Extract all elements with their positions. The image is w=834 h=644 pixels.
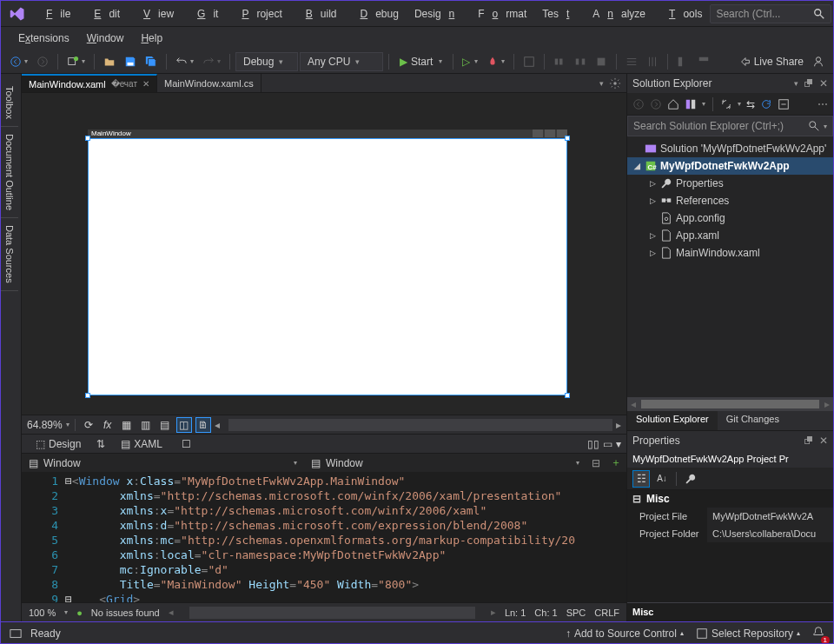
tool-4[interactable]	[592, 52, 611, 71]
alphabetical-icon[interactable]: A↓	[653, 470, 671, 488]
eol-text[interactable]: CRLF	[594, 607, 619, 618]
crumb-add-icon[interactable]: ＋	[606, 455, 626, 470]
menu-tools[interactable]: Tools	[653, 4, 710, 23]
zoom-value[interactable]: 64.89%	[27, 419, 63, 431]
designer-hscroll[interactable]	[228, 419, 612, 431]
wrench-icon[interactable]	[682, 470, 699, 488]
grid-icon[interactable]: ▦	[119, 417, 135, 433]
solution-search-input[interactable]: Search Solution Explorer (Ctrl+;) ▾	[627, 116, 833, 136]
redo-button[interactable]: ▾	[199, 52, 224, 71]
start-debug-button[interactable]: ▶Start▾	[394, 52, 447, 71]
open-file-button[interactable]	[100, 52, 119, 71]
properties-grid[interactable]: Misc Project FileMyWpfDotnetFwkWv2A Proj…	[627, 490, 833, 602]
prop-project-file[interactable]: Project FileMyWpfDotnetFwkWv2A	[627, 508, 833, 525]
snaplines-icon[interactable]: ▤	[157, 417, 173, 433]
design-tab[interactable]: ⬚ Design	[27, 436, 89, 452]
tree-solution[interactable]: Solution 'MyWpfDotnetFwkWv2App'	[627, 140, 833, 157]
crumb-left[interactable]: ▤Window▾	[22, 457, 304, 469]
menu-analyze[interactable]: Analyze	[585, 4, 653, 23]
start-without-debug-button[interactable]: ▷▾	[459, 52, 481, 71]
menu-view[interactable]: View	[128, 4, 182, 23]
prop-project-folder[interactable]: Project FolderC:\Users\collabera\Docu	[627, 525, 833, 542]
menu-help[interactable]: Help	[132, 29, 171, 48]
home-icon[interactable]	[667, 98, 679, 110]
close-icon[interactable]: ✕	[819, 435, 828, 447]
ln-text[interactable]: Ln: 1	[505, 607, 526, 618]
tab-mainwindow-xaml[interactable]: MainWindow.xaml �ечат ✕	[22, 74, 157, 92]
snap-icon[interactable]: ▥	[138, 417, 154, 433]
editor-zoom[interactable]: 100 %	[29, 607, 56, 618]
xaml-designer[interactable]: MainWindow	[22, 93, 626, 415]
spc-text[interactable]: SPC	[566, 607, 586, 618]
tool-5[interactable]	[622, 52, 641, 71]
sync-with-doc-icon[interactable]: ⇆	[746, 98, 755, 110]
add-source-control-button[interactable]: ↑Add to Source Control ▴	[566, 627, 684, 640]
hot-reload-button[interactable]: ▾	[483, 52, 508, 71]
category-misc[interactable]: Misc	[627, 490, 833, 508]
refresh-icon[interactable]: ⟳	[81, 417, 96, 433]
menu-debug[interactable]: Debug	[345, 4, 407, 23]
split-h-icon[interactable]: ▯▯	[587, 438, 599, 450]
title-search-input[interactable]: Search (Ctrl...	[710, 4, 831, 23]
feedback-button[interactable]	[809, 52, 828, 71]
overflow-icon[interactable]: ⋯	[817, 98, 828, 110]
tree-properties[interactable]: ▷Properties	[627, 175, 833, 192]
ch-text[interactable]: Ch: 1	[534, 607, 557, 618]
tab-solution-explorer[interactable]: Solution Explorer	[627, 411, 718, 430]
tab-git-changes[interactable]: Git Changes	[718, 411, 788, 430]
pin-icon[interactable]: ⮻	[804, 77, 814, 90]
save-all-button[interactable]	[142, 52, 161, 71]
swap-panes-icon[interactable]: ⇅	[96, 438, 105, 450]
solution-hscroll[interactable]: ◂▸	[627, 397, 833, 411]
output-icon[interactable]	[10, 627, 22, 640]
code-text[interactable]: ⊟<Window x:Class="MyWpfDotnetFwkWv2App.M…	[65, 472, 626, 602]
crumb-split-icon[interactable]: ⊟	[586, 457, 606, 469]
document-outline-tab[interactable]: Document Outline	[1, 127, 18, 218]
nav-back-button[interactable]: ▾	[6, 52, 31, 71]
tool-2[interactable]	[550, 52, 569, 71]
menu-extensions[interactable]: Extensions	[10, 29, 78, 48]
issues-text[interactable]: No issues found	[91, 607, 160, 618]
tree-project[interactable]: ◢C#MyWpfDotnetFwkWv2App	[627, 157, 833, 175]
collapse-all-icon[interactable]	[778, 98, 790, 110]
menu-edit[interactable]: Edit	[78, 4, 128, 23]
tool-3[interactable]	[571, 52, 590, 71]
menu-design[interactable]: Design	[407, 4, 470, 23]
categorized-icon[interactable]: ☷	[632, 470, 650, 488]
toolbox-tab[interactable]: Toolbox	[1, 79, 18, 127]
menu-window[interactable]: Window	[78, 29, 133, 48]
annotations-icon[interactable]: 🗎	[195, 417, 211, 433]
tab-mainwindow-xaml-cs[interactable]: MainWindow.xaml.cs	[157, 74, 261, 92]
crumb-right[interactable]: ▤Window▾	[304, 457, 586, 469]
sync-icon[interactable]	[720, 98, 732, 110]
fx-icon[interactable]: fx	[100, 417, 116, 433]
editor-hscroll[interactable]	[189, 607, 475, 619]
tab-overflow-icon[interactable]: ▾	[599, 79, 604, 88]
tree-mainwindowxaml[interactable]: ▷MainWindow.xaml	[627, 244, 833, 262]
menu-file[interactable]: File	[30, 4, 78, 23]
refresh-icon[interactable]	[760, 98, 772, 110]
menu-format[interactable]: Format	[470, 4, 534, 23]
menu-test[interactable]: Test	[534, 4, 585, 23]
split-v-icon[interactable]: ▭	[603, 438, 612, 450]
platform-combo[interactable]: Any CPU▾	[300, 52, 383, 71]
fwd-icon[interactable]	[650, 98, 662, 110]
menu-build[interactable]: Build	[290, 4, 345, 23]
pin-icon[interactable]: ⮻	[804, 435, 814, 447]
close-icon[interactable]: ✕	[819, 77, 828, 90]
code-editor[interactable]: 123456789 ⊟<Window x:Class="MyWpfDotnetF…	[22, 472, 626, 602]
switch-view-icon[interactable]	[685, 98, 697, 110]
tool-7[interactable]	[673, 52, 692, 71]
panel-menu-icon[interactable]: ▾	[794, 79, 798, 88]
nav-fwd-button[interactable]	[33, 52, 52, 71]
undo-button[interactable]: ▾	[172, 52, 197, 71]
tool-6[interactable]	[643, 52, 662, 71]
collapse-icon[interactable]: ▾	[616, 438, 621, 450]
notifications-icon[interactable]	[812, 626, 824, 641]
properties-object-name[interactable]: MyWpfDotnetFwkWv2App Project Pr	[627, 450, 833, 468]
tree-appxaml[interactable]: ▷App.xaml	[627, 227, 833, 244]
select-repository-button[interactable]: Select Repository ▴	[696, 627, 800, 640]
solution-tree[interactable]: Solution 'MyWpfDotnetFwkWv2App' ◢C#MyWpf…	[627, 136, 833, 397]
close-icon[interactable]: ✕	[142, 79, 149, 89]
back-icon[interactable]	[632, 98, 645, 110]
